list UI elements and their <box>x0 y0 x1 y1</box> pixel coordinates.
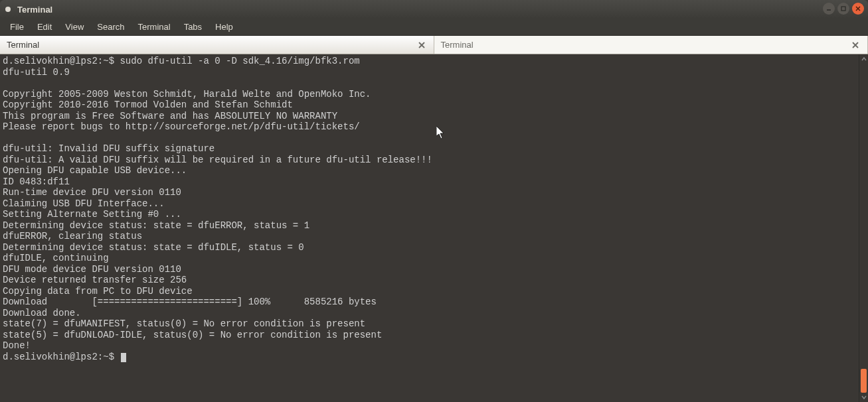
chevron-up-icon <box>861 56 867 62</box>
terminal-area: d.selivokhin@lps2:~$ sudo dfu-util -a 0 … <box>0 54 868 402</box>
menu-file[interactable]: File <box>4 20 30 34</box>
terminal-window: Terminal File Edit View Search Terminal … <box>0 0 868 402</box>
window-title: Terminal <box>17 5 52 15</box>
close-icon <box>418 42 425 48</box>
tab-terminal-1[interactable]: Terminal <box>0 36 434 54</box>
close-icon <box>855 5 861 12</box>
scroll-down-button[interactable] <box>859 393 868 402</box>
menubar: File Edit View Search Terminal Tabs Help <box>0 19 868 36</box>
menu-view[interactable]: View <box>59 20 90 34</box>
titlebar[interactable]: Terminal <box>0 0 868 19</box>
window-controls <box>823 3 864 15</box>
close-button[interactable] <box>852 3 864 15</box>
terminal-output[interactable]: d.selivokhin@lps2:~$ sudo dfu-util -a 0 … <box>0 54 859 402</box>
maximize-icon <box>840 5 847 12</box>
menu-help[interactable]: Help <box>209 20 239 34</box>
maximize-button[interactable] <box>837 3 849 15</box>
text-cursor <box>121 353 126 362</box>
tab-close-button[interactable] <box>416 40 427 50</box>
command: sudo dfu-util -a 0 -D sdk_4.16/img/bfk3.… <box>120 56 359 66</box>
close-icon <box>852 42 859 48</box>
tabstrip: Terminal Terminal <box>0 36 868 54</box>
tab-close-button[interactable] <box>850 40 861 50</box>
app-indicator-icon <box>5 7 11 12</box>
prompt: d.selivokhin@lps2:~$ <box>3 352 120 362</box>
menu-edit[interactable]: Edit <box>31 20 58 34</box>
scrollbar-track[interactable] <box>859 64 868 393</box>
scrollbar-thumb[interactable] <box>861 369 867 393</box>
scroll-up-button[interactable] <box>859 54 868 64</box>
menu-search[interactable]: Search <box>91 20 130 34</box>
tab-label: Terminal <box>441 40 851 50</box>
tab-label: Terminal <box>7 40 416 50</box>
scrollbar[interactable] <box>859 54 868 402</box>
menu-terminal[interactable]: Terminal <box>132 20 177 34</box>
minimize-button[interactable] <box>823 3 835 15</box>
tab-terminal-2[interactable]: Terminal <box>434 36 869 54</box>
minimize-icon <box>825 5 832 12</box>
menu-tabs[interactable]: Tabs <box>178 20 208 34</box>
chevron-down-icon <box>861 395 867 400</box>
svg-rect-1 <box>841 7 845 11</box>
prompt: d.selivokhin@lps2:~$ <box>3 56 120 66</box>
